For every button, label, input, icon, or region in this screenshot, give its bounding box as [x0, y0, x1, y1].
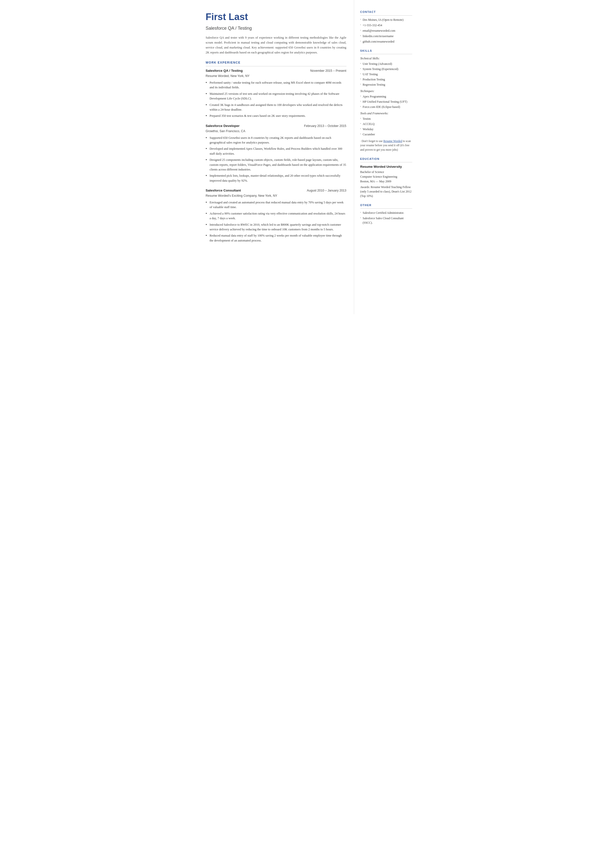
right-column: CONTACT Des Moines, IA (Open to Remote) … [354, 0, 419, 314]
resume-worded-note: · Don't forget to use Resume Worded to s… [360, 139, 412, 152]
skill-regression: Regression Testing [360, 82, 412, 87]
contact-phone: +1-555-332-454 [360, 23, 412, 28]
other-item-1: Salesforce Certified Administrator. [360, 211, 412, 215]
edu-field: Computer Science Engineering [360, 174, 412, 179]
candidate-title: Salesforce QA / Testing [206, 25, 346, 32]
skill-testim: Testim [360, 116, 412, 121]
edu-degree: Bachelor of Science [360, 170, 412, 174]
job-block-1: Salesforce QA / Testing November 2015 – … [206, 68, 346, 118]
bullet-3-1: Envisaged and created an automated proce… [206, 200, 346, 210]
work-experience-section: WORK EXPERIENCE Salesforce QA / Testing … [206, 61, 346, 243]
tools-label: Tools and Frameworks: [360, 111, 412, 116]
contact-heading: CONTACT [360, 10, 412, 16]
job-header-2: Salesforce Developer February 2013 – Oct… [206, 123, 346, 129]
skill-unit-testing: Unit Testing (Advanced) [360, 62, 412, 66]
contact-github: github.com/resumeworded [360, 39, 412, 44]
skill-system-testing: System Testing (Experienced) [360, 67, 412, 71]
bullet-3-3: Introduced Salesforce to RWEC in 2010, w… [206, 222, 346, 232]
skill-workday: Workday [360, 127, 412, 131]
skill-forcecom: Force.com IDE (Eclipse-based) [360, 105, 412, 109]
job-company-2: Growthsi, San Francisco, CA [206, 129, 346, 134]
skill-accelq: ACCELQ [360, 122, 412, 126]
job-bullets-2: Supported 650 Growthsi users in 8 countr… [206, 136, 346, 183]
technical-label: Technical Skills: [360, 56, 412, 61]
job-dates-2: February 2013 – October 2015 [304, 124, 346, 129]
edu-date: Boston, MA — May 2009 [360, 179, 412, 183]
job-bullets-3: Envisaged and created an automated proce… [206, 200, 346, 243]
job-company-3: Resume Worded's Exciting Company, New Yo… [206, 194, 346, 198]
bullet-1-1: Performed sanity / smoke testing for eac… [206, 81, 346, 90]
contact-email: email@resumeworded.com [360, 28, 412, 33]
skill-apex: Apex Programming [360, 94, 412, 99]
skill-uat: UAT Testing [360, 72, 412, 76]
skill-hpuft: HP Unified Functional Testing (UFT) [360, 99, 412, 104]
job-block-3: Salesforce Consultant August 2010 – Janu… [206, 188, 346, 243]
skills-section: SKILLS Technical Skills: Unit Testing (A… [360, 49, 412, 152]
education-section: EDUCATION Resume Worded University Bache… [360, 157, 412, 198]
bullet-1-2: Maintained 25 versions of test sets and … [206, 92, 346, 101]
bullet-2-4: Implemented pick lists, lookups, master-… [206, 174, 346, 183]
bullet-3-2: Achieved a 99% customer satisfaction rat… [206, 211, 346, 221]
contact-location: Des Moines, IA (Open to Remote) [360, 17, 412, 22]
edu-awards: Awards: Resume Worded Teaching Fellow (o… [360, 185, 412, 198]
job-title-1: Salesforce QA / Testing [206, 68, 243, 73]
bullet-1-3: Created 3K bugs in 4 sandboxes and assig… [206, 103, 346, 112]
bullet-3-4: Reduced manual data entry of staff by 10… [206, 233, 346, 243]
edu-school-name: Resume Worded University [360, 164, 412, 169]
other-section: OTHER Salesforce Certified Administrator… [360, 203, 412, 225]
job-dates-3: August 2010 – January 2013 [307, 188, 346, 193]
skills-heading: SKILLS [360, 49, 412, 54]
job-company-1: Resume Worded, New York, NY [206, 74, 346, 78]
job-title-3: Salesforce Consultant [206, 188, 241, 193]
bullet-2-3: Designed 25 components including custom … [206, 158, 346, 172]
contact-linkedin: linkedin.com/in/username [360, 34, 412, 38]
candidate-name: First Last [206, 10, 346, 24]
skill-cucumber: Cucumber [360, 132, 412, 137]
contact-section: CONTACT Des Moines, IA (Open to Remote) … [360, 10, 412, 44]
job-dates-1: November 2015 – Present [310, 68, 346, 73]
header-section: First Last Salesforce QA / Testing Sales… [206, 10, 346, 55]
job-bullets-1: Performed sanity / smoke testing for eac… [206, 81, 346, 118]
left-column: First Last Salesforce QA / Testing Sales… [196, 0, 354, 314]
job-block-2: Salesforce Developer February 2013 – Oct… [206, 123, 346, 183]
job-header-3: Salesforce Consultant August 2010 – Janu… [206, 188, 346, 193]
bullet-1-4: Prepared 350 test scenarios & test cases… [206, 113, 346, 118]
candidate-summary: Salesforce QA and tester with 9 years of… [206, 35, 346, 55]
techniques-label: Techniques: [360, 89, 412, 93]
bullet-2-2: Developed and implemented Apex Classes, … [206, 146, 346, 156]
work-experience-heading: WORK EXPERIENCE [206, 61, 346, 66]
other-item-2: Salesforce Sales Cloud Consultant (SSCC)… [360, 216, 412, 225]
education-heading: EDUCATION [360, 157, 412, 163]
other-heading: OTHER [360, 203, 412, 209]
bullet-2-1: Supported 650 Growthsi users in 8 countr… [206, 136, 346, 145]
skill-production: Production Testing [360, 77, 412, 82]
job-title-2: Salesforce Developer [206, 123, 240, 129]
job-header-1: Salesforce QA / Testing November 2015 – … [206, 68, 346, 73]
resume-worded-link[interactable]: Resume Worded [383, 140, 402, 143]
resume-page: First Last Salesforce QA / Testing Sales… [196, 0, 419, 314]
